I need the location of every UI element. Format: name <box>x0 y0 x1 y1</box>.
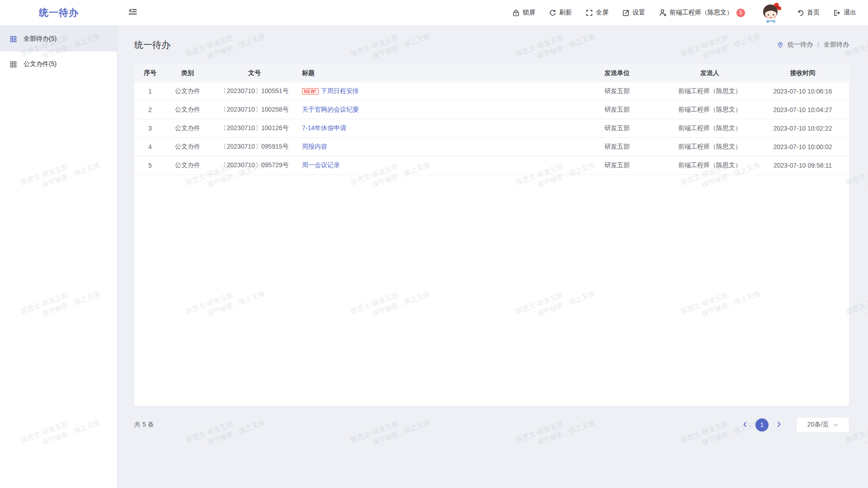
cell-category: 公文办件 <box>166 156 209 174</box>
user-name: 前端工程师（陈思文） <box>670 9 733 17</box>
cell-time: 2023-07-10 10:00:02 <box>756 138 849 156</box>
page-size-value: 20条/页 <box>807 421 829 429</box>
avatar[interactable] <box>760 1 782 24</box>
refresh-button[interactable]: 刷新 <box>549 9 572 17</box>
lock-screen-button[interactable]: 锁屏 <box>512 9 535 17</box>
next-page-button[interactable] <box>773 419 785 431</box>
settings-label: 设置 <box>632 9 645 17</box>
grid-icon <box>9 35 17 43</box>
settings-button[interactable]: 设置 <box>622 9 645 17</box>
total-count: 共 5 条 <box>134 421 154 429</box>
breadcrumb-separator: / <box>817 41 819 48</box>
column-header-sender: 发送人 <box>663 64 756 82</box>
column-header-unit: 发送单位 <box>571 64 663 82</box>
table-row: 3 公文办件 〔20230710〕100126号 7-14年休假申请 研发五部 … <box>134 119 849 138</box>
cell-sender: 前端工程师（陈思文） <box>663 156 756 174</box>
cell-index: 5 <box>134 156 166 174</box>
refresh-icon <box>549 9 557 17</box>
lock-screen-label: 锁屏 <box>523 9 535 17</box>
cell-time: 2023-07-10 10:02:22 <box>756 119 849 137</box>
sidebar-item-official-docs[interactable]: 公文办件(5) <box>0 52 117 77</box>
edit-settings-icon <box>622 9 630 17</box>
fullscreen-icon <box>585 9 593 17</box>
home-button[interactable]: 首页 <box>797 9 820 17</box>
topbar-actions: 锁屏 刷新 全屏 <box>512 1 868 24</box>
pagination-bar: 共 5 条 1 20条/页 <box>134 412 849 437</box>
logout-button[interactable]: 退出 <box>833 9 856 17</box>
column-header-category: 类别 <box>166 64 209 82</box>
document-link[interactable]: 周报内容 <box>302 143 327 151</box>
page-number-1[interactable]: 1 <box>755 418 769 432</box>
cell-title: 周一会议记录 <box>300 156 571 174</box>
chevron-right-icon <box>776 422 782 428</box>
lock-icon <box>512 9 520 17</box>
page-title: 统一待办 <box>134 39 170 51</box>
table-row: 5 公文办件 〔20230710〕095729号 周一会议记录 研发五部 前端工… <box>134 156 849 175</box>
prev-page-button[interactable] <box>739 419 751 431</box>
sidebar-item-all-todo[interactable]: 全部待办(5) <box>0 26 117 52</box>
cell-index: 2 <box>134 101 166 119</box>
cell-sender: 前端工程师（陈思文） <box>663 101 756 119</box>
cell-sender: 前端工程师（陈思文） <box>663 119 756 137</box>
table-header-row: 序号 类别 文号 标题 发送单位 发送人 接收时间 <box>134 64 849 82</box>
chevron-down-icon <box>833 422 838 427</box>
app-title: 统一待办 <box>39 6 79 19</box>
cell-category: 公文办件 <box>166 138 209 156</box>
cell-unit: 研发五部 <box>571 101 663 119</box>
todo-table-card: 序号 类别 文号 标题 发送单位 发送人 接收时间 1 公文办件 〔202307… <box>134 64 849 406</box>
chevron-left-icon <box>742 422 748 428</box>
table-row: 2 公文办件 〔20230710〕100258号 关于官网的会议纪要 研发五部 … <box>134 101 849 119</box>
pager: 1 20条/页 <box>739 418 849 432</box>
document-link[interactable]: 7-14年休假申请 <box>302 124 346 132</box>
document-link[interactable]: 关于官网的会议纪要 <box>302 106 359 114</box>
topbar: 统一待办 锁屏 <box>0 0 868 26</box>
cell-unit: 研发五部 <box>571 138 663 156</box>
column-header-index: 序号 <box>134 64 166 82</box>
menu-fold-icon <box>128 8 137 17</box>
cell-doc-no: 〔20230710〕095729号 <box>209 156 300 174</box>
column-header-doc-no: 文号 <box>209 64 300 82</box>
cell-unit: 研发五部 <box>571 156 663 174</box>
breadcrumb: 统一待办 / 全部待办 <box>777 41 849 49</box>
cell-doc-no: 〔20230710〕100126号 <box>209 119 300 137</box>
document-link[interactable]: 周一会议记录 <box>302 161 340 169</box>
cell-index: 1 <box>134 82 166 100</box>
cell-category: 公文办件 <box>166 101 209 119</box>
fullscreen-button[interactable]: 全屏 <box>585 9 609 17</box>
app-logo[interactable]: 统一待办 <box>0 0 118 25</box>
table-row: 1 公文办件 〔20230710〕100551号 NEW! 下周日程安排 研发五… <box>134 82 849 101</box>
page-header: 统一待办 统一待办 / 全部待办 <box>134 26 849 64</box>
fullscreen-label: 全屏 <box>596 9 609 17</box>
cell-index: 3 <box>134 119 166 137</box>
cell-doc-no: 〔20230710〕100258号 <box>209 101 300 119</box>
home-label: 首页 <box>807 9 820 17</box>
breadcrumb-item-root[interactable]: 统一待办 <box>788 41 813 49</box>
cell-sender: 前端工程师（陈思文） <box>663 138 756 156</box>
cell-title: 7-14年休假申请 <box>300 119 571 137</box>
cell-sender: 前端工程师（陈思文） <box>663 82 756 100</box>
sidebar: 全部待办(5) 公文办件(5) <box>0 26 118 488</box>
cell-doc-no: 〔20230710〕100551号 <box>209 82 300 100</box>
back-home-icon <box>797 9 804 17</box>
cell-title: 周报内容 <box>300 138 571 156</box>
cell-unit: 研发五部 <box>571 119 663 137</box>
sidebar-item-label: 全部待办(5) <box>24 35 57 43</box>
page-size-select[interactable]: 20条/页 <box>797 418 849 432</box>
logout-label: 退出 <box>844 9 856 17</box>
breadcrumb-item-current: 全部待办 <box>824 41 849 49</box>
user-icon <box>659 9 667 17</box>
cell-time: 2023-07-10 10:06:16 <box>756 82 849 100</box>
cell-unit: 研发五部 <box>571 82 663 100</box>
todo-count-badge: 5 <box>736 9 745 17</box>
cell-category: 公文办件 <box>166 82 209 100</box>
column-header-title: 标题 <box>300 64 571 82</box>
sidebar-collapse-button[interactable] <box>128 8 137 17</box>
user-menu[interactable]: 前端工程师（陈思文） 5 <box>659 9 745 17</box>
sidebar-item-label: 公文办件(5) <box>24 60 57 68</box>
table-row: 4 公文办件 〔20230710〕095915号 周报内容 研发五部 前端工程师… <box>134 138 849 156</box>
document-link[interactable]: 下周日程安排 <box>321 87 359 95</box>
cell-category: 公文办件 <box>166 119 209 137</box>
cell-time: 2023-07-10 10:04:27 <box>756 101 849 119</box>
column-header-time: 接收时间 <box>756 64 849 82</box>
cell-time: 2023-07-10 09:58:11 <box>756 156 849 174</box>
